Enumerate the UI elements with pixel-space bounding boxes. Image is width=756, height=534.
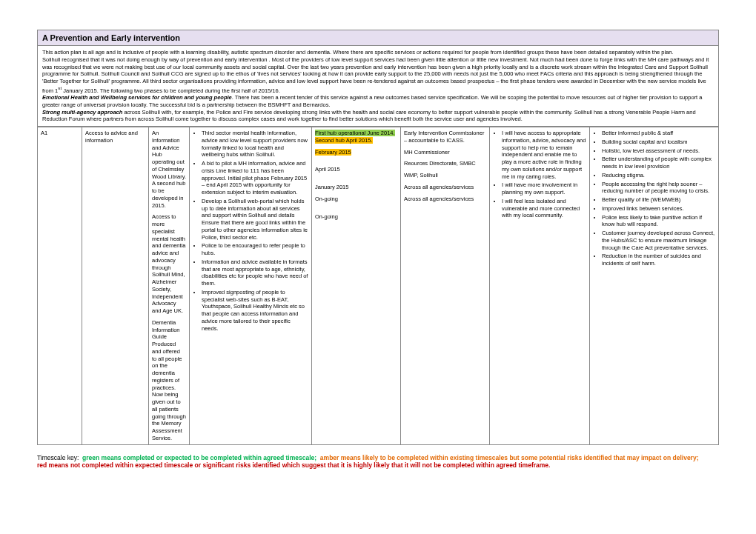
section-header: A Prevention and Early intervention [37, 30, 719, 46]
timescale-key: Timescale key: green means completed or … [37, 454, 719, 469]
list-item: Better informed public & staff [602, 130, 715, 137]
cell-individual: I will have access to appropriate inform… [490, 127, 590, 445]
key-red: red means not completed within expected … [37, 461, 550, 469]
list-item: Police less likely to take punitive acti… [602, 214, 715, 229]
list-item: I will have access to appropriate inform… [502, 130, 586, 180]
cell-ref: A1 [38, 127, 82, 445]
cell-actions: Third sector mental health information, … [190, 127, 312, 445]
list-item: Information and advice available in form… [202, 258, 308, 287]
list-item: Holistic, low level assessment of needs. [602, 147, 715, 155]
list-item: Customer journey developed across Connec… [602, 230, 715, 251]
list-item: I will feel less isolated and vulnerable… [502, 198, 586, 219]
cell-hub: An Information and Advice Hub operating … [149, 127, 190, 445]
section-title: A Prevention and Early intervention [42, 33, 180, 42]
list-item: Better understanding of people with comp… [602, 156, 715, 170]
list-item: People accessing the right help sooner –… [602, 181, 715, 196]
status-amber: February 2015 [315, 149, 351, 156]
intro-p3: Emotional Health and Wellbeing services … [42, 94, 714, 109]
action-table: A1 Access to advice and information An I… [37, 127, 719, 445]
status-amber: Second hub April 2015. [315, 137, 373, 144]
list-item: I will have more involvement in planning… [502, 181, 586, 196]
key-amber: amber means likely to be completed withi… [320, 454, 699, 461]
intro-p2: Solihull recognised that it was not doin… [42, 56, 714, 94]
list-item: Improved signposting of people to specia… [202, 289, 308, 333]
cell-outcomes: Better informed public & staff Building … [590, 127, 719, 445]
key-green: green means completed or expected to be … [82, 454, 316, 461]
cell-lead: Early Intervention Commissioner – accoun… [401, 127, 490, 445]
cell-timescale: First hub operational June 2014. Second … [312, 127, 401, 445]
table-row: A1 Access to advice and information An I… [38, 127, 719, 445]
status-green: First hub operational June 2014. [315, 130, 395, 136]
intro-box: This action plan is all age and is inclu… [37, 46, 719, 127]
list-item: Better quality of life (WEMWEB) [602, 196, 715, 204]
list-item: Improved links between services. [602, 205, 715, 213]
list-item: Police to be encouraged to refer people … [202, 242, 308, 257]
list-item: Reduction in the number of suicides and … [602, 253, 715, 267]
list-item: Develop a Solihull web-portal which hold… [202, 198, 308, 241]
list-item: Reducing stigma. [602, 172, 715, 179]
intro-p1: This action plan is all age and is inclu… [42, 49, 714, 56]
list-item: A bid to pilot a MH information, advice … [202, 160, 308, 196]
intro-p4: Strong multi-agency approach across Soli… [42, 109, 714, 124]
list-item: Building social capital and localism [602, 138, 715, 146]
list-item: Third sector mental health information, … [202, 130, 308, 158]
cell-access: Access to advice and information [82, 127, 149, 445]
